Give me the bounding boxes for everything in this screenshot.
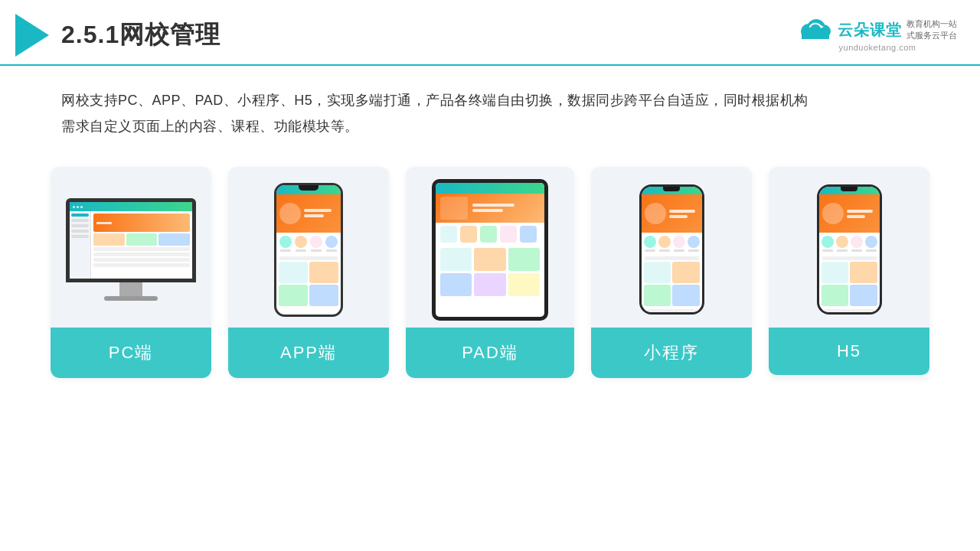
phone-mockup-app (274, 183, 343, 317)
card-h5: H5 (769, 167, 929, 378)
pad-label: PAD端 (406, 328, 574, 378)
card-app: APP端 (228, 167, 389, 378)
header: 2.5.1网校管理 云朵课堂 教育机构一站 式服务云平台 yunduoketan… (0, 0, 980, 66)
phone-notch (299, 185, 318, 191)
play-icon (15, 14, 49, 57)
mini-phone-notch2 (841, 187, 858, 191)
app-label: APP端 (228, 328, 389, 378)
title-text: 网校管理 (119, 21, 220, 48)
svg-rect-3 (802, 31, 829, 39)
card-pc: PC端 (51, 167, 211, 378)
card-pad: PAD端 (406, 167, 574, 378)
monitor (66, 198, 196, 282)
logo-area: 云朵课堂 教育机构一站 式服务云平台 yunduoketang.com (798, 18, 957, 53)
pc-mockup (66, 198, 196, 301)
card-miniapp: 小程序 (591, 167, 752, 378)
miniapp-label: 小程序 (591, 328, 752, 378)
pc-image-area (51, 167, 211, 328)
description-line1: 网校支持PC、APP、PAD、小程序、H5，实现多端打通，产品各终端自由切换，数… (61, 87, 919, 113)
mini-phone-miniapp (639, 184, 704, 315)
miniapp-image-area (591, 167, 752, 328)
logo-slogan: 教育机构一站 式服务云平台 (906, 18, 957, 42)
app-image-area (228, 167, 389, 328)
mini-phone-h5 (817, 184, 882, 315)
pc-label: PC端 (51, 328, 211, 378)
logo-text: 云朵课堂 (838, 20, 902, 41)
h5-label: H5 (769, 328, 929, 375)
header-left: 2.5.1网校管理 (15, 14, 220, 57)
mini-phone-notch1 (663, 187, 680, 191)
h5-image-area (769, 167, 929, 328)
cloud-icon (798, 19, 833, 41)
description-line2: 需求自定义页面上的内容、课程、功能模块等。 (61, 113, 919, 139)
pad-image-area (406, 167, 574, 328)
cards-container: PC端 (0, 139, 980, 401)
page-title: 2.5.1网校管理 (61, 18, 220, 52)
tablet-mockup (432, 179, 548, 321)
description: 网校支持PC、APP、PAD、小程序、H5，实现多端打通，产品各终端自由切换，数… (0, 66, 980, 139)
title-num: 2.5.1 (61, 21, 119, 48)
logo-cloud: 云朵课堂 教育机构一站 式服务云平台 (798, 18, 957, 42)
logo-url: yunduoketang.com (839, 43, 916, 52)
